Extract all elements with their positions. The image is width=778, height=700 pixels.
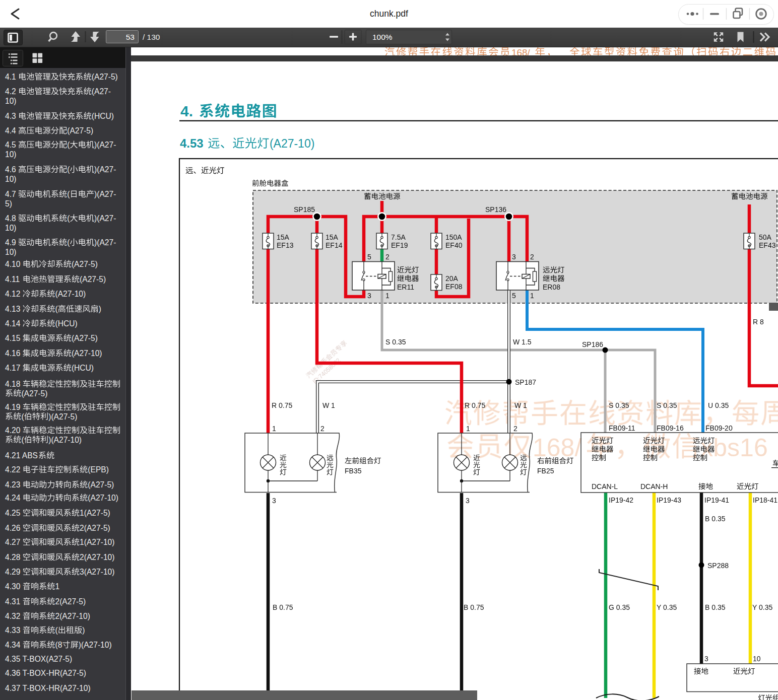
svg-text:(A27-10): (A27-10) bbox=[72, 349, 102, 358]
svg-text:(A27-5): (A27-5) bbox=[80, 275, 106, 284]
svg-text:(A27-10): (A27-10) bbox=[55, 290, 86, 298]
svg-text:3: 3 bbox=[367, 292, 371, 300]
svg-text:3: 3 bbox=[272, 497, 276, 505]
svg-text:B 0.35: B 0.35 bbox=[705, 603, 726, 611]
svg-text:4.9: 4.9 bbox=[5, 238, 16, 247]
svg-text:4.12: 4.12 bbox=[5, 290, 20, 298]
svg-text:)(A27-: )(A27- bbox=[94, 214, 116, 223]
svg-text:SP288: SP288 bbox=[707, 562, 729, 570]
svg-text:)(A27-10): )(A27-10) bbox=[48, 436, 82, 444]
svg-text:S 0.35: S 0.35 bbox=[385, 338, 406, 346]
svg-text:10): 10) bbox=[5, 248, 17, 256]
svg-text:(: ( bbox=[67, 214, 70, 223]
svg-text:FB09-20: FB09-20 bbox=[705, 424, 733, 432]
svg-text:4.24: 4.24 bbox=[5, 494, 21, 502]
svg-text:R 8: R 8 bbox=[753, 318, 764, 326]
svg-text:W 1.5: W 1.5 bbox=[513, 338, 532, 346]
svg-text:B 0.35: B 0.35 bbox=[705, 515, 726, 523]
svg-text:150A: 150A bbox=[445, 233, 462, 241]
svg-text:EF08: EF08 bbox=[445, 283, 463, 291]
svg-text:(: ( bbox=[55, 626, 58, 635]
svg-text:(: ( bbox=[67, 141, 70, 149]
svg-text:4.22: 4.22 bbox=[5, 465, 20, 474]
svg-text:Y 0.35: Y 0.35 bbox=[657, 603, 677, 611]
svg-text:4.18: 4.18 bbox=[5, 380, 20, 388]
svg-text:U 0.35: U 0.35 bbox=[708, 401, 729, 409]
svg-text:20A: 20A bbox=[445, 274, 459, 283]
svg-text:4.1: 4.1 bbox=[5, 73, 16, 81]
svg-text:2: 2 bbox=[530, 253, 534, 261]
svg-text:5: 5 bbox=[367, 253, 371, 261]
svg-text:ER11: ER11 bbox=[397, 283, 414, 291]
svg-text:): ) bbox=[99, 305, 101, 313]
svg-text:(8: (8 bbox=[55, 641, 62, 649]
svg-text:)(A27-: )(A27- bbox=[94, 141, 116, 149]
svg-text:(A27-: (A27- bbox=[92, 87, 111, 96]
svg-text:DCAN-H: DCAN-H bbox=[640, 482, 668, 491]
svg-text:2: 2 bbox=[385, 253, 390, 261]
svg-text:/ 130: / 130 bbox=[143, 33, 160, 41]
svg-text:4.33: 4.33 bbox=[5, 626, 20, 635]
svg-text:SP185: SP185 bbox=[294, 205, 315, 214]
svg-text:)(A27-: )(A27- bbox=[94, 238, 116, 247]
svg-text:4.3: 4.3 bbox=[5, 112, 16, 120]
svg-text:2: 2 bbox=[320, 425, 325, 433]
svg-text:4.17: 4.17 bbox=[5, 364, 20, 372]
svg-text:4.31: 4.31 bbox=[5, 597, 20, 606]
svg-text:SP186: SP186 bbox=[582, 340, 603, 348]
svg-text:(A27-5): (A27-5) bbox=[88, 480, 114, 489]
svg-text:4.25: 4.25 bbox=[5, 509, 21, 517]
svg-text:(: ( bbox=[55, 305, 58, 313]
svg-text:4.14: 4.14 bbox=[5, 319, 21, 328]
svg-text:(HCU): (HCU) bbox=[92, 112, 114, 120]
svg-text:4.19: 4.19 bbox=[5, 403, 20, 411]
svg-text:(: ( bbox=[67, 165, 70, 174]
svg-text:B 0.75: B 0.75 bbox=[273, 603, 293, 611]
svg-text:1: 1 bbox=[385, 292, 390, 300]
svg-text:53: 53 bbox=[126, 33, 135, 41]
svg-text:4.4: 4.4 bbox=[5, 126, 16, 135]
svg-text:4.8: 4.8 bbox=[5, 214, 16, 223]
svg-text:15A: 15A bbox=[277, 233, 290, 241]
svg-text:10): 10) bbox=[5, 175, 17, 183]
svg-text:B 0.75: B 0.75 bbox=[464, 603, 484, 611]
svg-text:5: 5 bbox=[512, 292, 516, 300]
svg-text:2(A27-10): 2(A27-10) bbox=[55, 612, 90, 620]
svg-text:2(A27-10): 2(A27-10) bbox=[80, 553, 114, 562]
svg-text:3: 3 bbox=[512, 253, 516, 261]
svg-text:100%: 100% bbox=[372, 33, 393, 41]
svg-text:4.2: 4.2 bbox=[5, 87, 16, 96]
svg-text:4.34: 4.34 bbox=[5, 641, 21, 649]
svg-text:(A27-10): (A27-10) bbox=[88, 494, 118, 502]
svg-text:Y 0.35: Y 0.35 bbox=[752, 603, 772, 611]
svg-text:7.5A: 7.5A bbox=[391, 233, 406, 241]
svg-text:4.35 T-BOX(A27-5): 4.35 T-BOX(A27-5) bbox=[5, 655, 72, 663]
svg-text:IP18-41: IP18-41 bbox=[753, 496, 777, 504]
svg-text:168/: 168/ bbox=[511, 47, 531, 58]
svg-text:SP187: SP187 bbox=[515, 378, 536, 386]
svg-text:EF40: EF40 bbox=[445, 241, 463, 249]
svg-text:4.28: 4.28 bbox=[5, 553, 20, 562]
svg-text:)(A27-: )(A27- bbox=[94, 190, 116, 198]
svg-text:1: 1 bbox=[530, 292, 534, 300]
svg-text:10): 10) bbox=[5, 150, 17, 159]
svg-text:4.10: 4.10 bbox=[5, 260, 21, 268]
svg-text:2(A27-5): 2(A27-5) bbox=[80, 524, 110, 532]
svg-text:EF43: EF43 bbox=[759, 241, 776, 249]
svg-text:IP19-43: IP19-43 bbox=[657, 496, 681, 504]
svg-text:EF19: EF19 bbox=[391, 241, 408, 249]
svg-text:4.30: 4.30 bbox=[5, 582, 21, 591]
svg-text:4.36 T-BOX-HR(A27-5): 4.36 T-BOX-HR(A27-5) bbox=[5, 669, 86, 677]
svg-text:4.37 T-BOX-HR(A27-10): 4.37 T-BOX-HR(A27-10) bbox=[5, 684, 91, 692]
svg-text:(: ( bbox=[67, 238, 70, 247]
svg-text:3: 3 bbox=[466, 497, 470, 505]
svg-text:4.6: 4.6 bbox=[5, 165, 16, 174]
svg-text:4.53: 4.53 bbox=[180, 136, 204, 150]
svg-text:SP136: SP136 bbox=[485, 205, 506, 214]
svg-text:4.32: 4.32 bbox=[5, 612, 20, 620]
svg-text:(A27-5): (A27-5) bbox=[72, 334, 98, 342]
svg-text:1(A27-10): 1(A27-10) bbox=[80, 538, 114, 546]
svg-text:(EPB): (EPB) bbox=[88, 465, 109, 474]
svg-text:4.20: 4.20 bbox=[5, 426, 21, 435]
svg-text:4.26: 4.26 bbox=[5, 524, 20, 532]
